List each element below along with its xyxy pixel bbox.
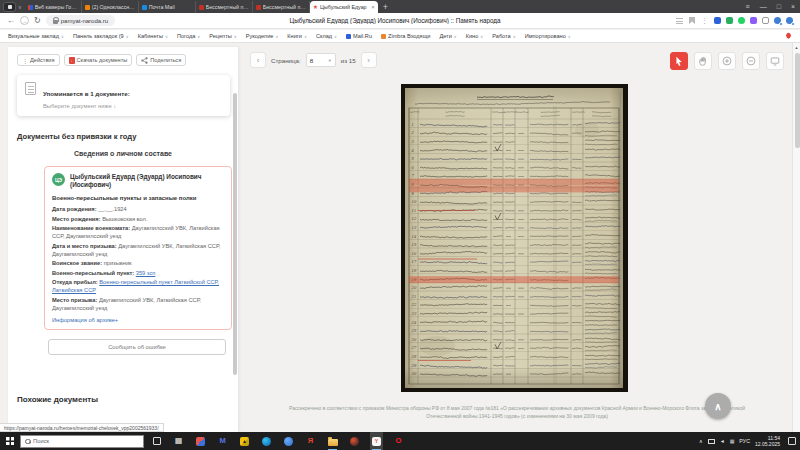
- prev-page-button[interactable]: ‹: [250, 52, 266, 68]
- start-button[interactable]: [0, 437, 20, 445]
- browser-tab-5[interactable]: Бессмертный полк. Пои: [253, 1, 310, 13]
- edge-app[interactable]: [260, 432, 273, 450]
- browser-menu-button[interactable]: [3, 2, 16, 12]
- bookmark-item-1[interactable]: Визуальные заклад∨: [8, 33, 64, 39]
- bookmark-flag-icon[interactable]: [689, 17, 695, 24]
- scroll-to-top-button[interactable]: ∧: [705, 393, 731, 419]
- language-indicator[interactable]: РУС: [739, 438, 750, 444]
- bookmark-item-13[interactable]: Работа∨: [492, 33, 515, 39]
- panel-scrollbar[interactable]: [233, 93, 237, 375]
- actions-button[interactable]: ⋮ Действия: [17, 54, 60, 66]
- document-scan[interactable]: 1234567891011121314151617181920212223242…: [401, 84, 628, 392]
- bookmark-item-12[interactable]: Кино∨: [466, 33, 484, 39]
- network-icon[interactable]: [708, 439, 715, 444]
- tab-title: Бессмертный полк. Жит: [206, 4, 249, 10]
- url-field[interactable]: pamyat-naroda.ru: [46, 15, 115, 26]
- browser-tab-1[interactable]: Веб камеры Города Росс: [25, 1, 82, 13]
- main-scrollbar[interactable]: ▲: [792, 43, 800, 432]
- media-app[interactable]: [348, 432, 361, 450]
- opera-app[interactable]: O: [392, 432, 405, 450]
- archive-info-link[interactable]: Информация об архиве+: [52, 317, 224, 323]
- zoom-out-button[interactable]: [742, 52, 760, 70]
- tab-close-icon[interactable]: ×: [371, 4, 375, 10]
- bookmark-label: Кино: [466, 33, 479, 39]
- tab-search-chevron-icon[interactable]: ∨: [18, 1, 22, 13]
- svg-text:28: 28: [411, 354, 417, 359]
- close-button[interactable]: ×: [791, 0, 795, 13]
- chevron-down-icon: ∨: [126, 34, 129, 39]
- bookmark-item-2[interactable]: Панель закладок (9∨: [73, 33, 129, 39]
- purple-extension-icon[interactable]: [750, 17, 757, 24]
- bookmark-item-11[interactable]: Дети∨: [439, 33, 456, 39]
- scrollbar-up-arrow[interactable]: ▲: [793, 43, 800, 50]
- download-documents-button[interactable]: ↓ Скачать документы: [64, 54, 133, 66]
- hidden-icons-chevron[interactable]: ∧: [699, 438, 703, 444]
- share-button[interactable]: Поделиться: [136, 54, 186, 66]
- bookmark-item-14[interactable]: Импортировано∨: [525, 33, 571, 39]
- browser-tab-3[interactable]: Почта Mail: [139, 1, 196, 13]
- word-app[interactable]: M: [216, 432, 229, 450]
- scrollbar-thumb[interactable]: [795, 53, 800, 148]
- defender-app[interactable]: ▲: [238, 432, 251, 450]
- yandex-app[interactable]: Я: [304, 432, 317, 450]
- mail-extension-icon[interactable]: [714, 17, 721, 24]
- printer-app[interactable]: ▤: [172, 432, 185, 450]
- paint3d-app-icon: [284, 437, 293, 446]
- person-field-8: Место призыва: Даугавпилсский УВК, Латви…: [52, 297, 224, 313]
- bookmark-item-10[interactable]: Zimbra Входящи: [381, 33, 430, 39]
- minimize-button[interactable]: —: [760, 0, 767, 13]
- person-card[interactable]: ЦЭ Цыбульский Едуард (Эдуард) Иосипович …: [44, 166, 232, 330]
- pan-tool-button[interactable]: [694, 52, 712, 70]
- cursor-tool-button[interactable]: [670, 52, 688, 70]
- task-view-button[interactable]: [150, 432, 163, 450]
- chevron-down-icon: ∨: [480, 34, 483, 39]
- bookmark-item-4[interactable]: Погода∨: [177, 33, 200, 39]
- tab-title: Почта Mail: [149, 4, 192, 10]
- explorer-app-icon: [328, 439, 338, 446]
- sync-extension-icon[interactable]: [774, 17, 781, 24]
- person-field-2: Место рождения: Вышковская вол.: [52, 216, 224, 224]
- browser-tab-6[interactable]: ★Цыбульский Едуар×: [310, 1, 378, 13]
- back-button[interactable]: ←: [7, 16, 15, 25]
- photos-app[interactable]: [194, 432, 207, 450]
- page-select[interactable]: 8 ▼: [306, 53, 336, 67]
- report-error-button[interactable]: Сообщить об ошибке: [48, 339, 226, 355]
- chevron-down-icon: ∨: [165, 34, 168, 39]
- zoom-in-button[interactable]: [718, 52, 736, 70]
- download-extension-icon[interactable]: [786, 17, 793, 24]
- clock[interactable]: 11:54 12.05.2025: [755, 435, 780, 448]
- tab-list-icon[interactable]: ≡: [746, 0, 750, 13]
- browser-tab-4[interactable]: Бессмертный полк. Жит: [196, 1, 253, 13]
- shield-extension-icon[interactable]: [726, 17, 733, 24]
- paint3d-app[interactable]: [282, 432, 295, 450]
- status-link: https://pamyat-naroda.ru/heroes/memorial…: [0, 423, 164, 432]
- field-value-link[interactable]: 359 зсп: [136, 270, 156, 276]
- tabs-extension-icon[interactable]: [762, 17, 769, 24]
- yandex-browser-app[interactable]: Y: [370, 432, 383, 450]
- explorer-app[interactable]: [326, 432, 339, 450]
- new-tab-button[interactable]: +: [378, 2, 393, 13]
- svg-text:29: 29: [411, 363, 417, 368]
- browser-tab-2[interactable]: (2) Одноклассники: [82, 1, 139, 13]
- keyboard-icon[interactable]: ▦: [730, 438, 735, 444]
- reader-mode-icon[interactable]: [676, 18, 683, 24]
- maximize-button[interactable]: □: [777, 0, 781, 13]
- forward-button[interactable]: →: [20, 16, 29, 25]
- bookmark-item-3[interactable]: Кабинеты∨: [138, 33, 168, 39]
- bookmark-item-5[interactable]: Рецепты∨: [209, 33, 236, 39]
- bookmark-item-6[interactable]: Рукоделие∨: [246, 33, 279, 39]
- kebab-menu-icon[interactable]: ⋮: [701, 17, 708, 25]
- action-center-icon[interactable]: [788, 437, 796, 445]
- next-page-button[interactable]: ›: [361, 52, 377, 68]
- taskbar-search[interactable]: Поиск: [20, 435, 144, 448]
- bookmark-item-8[interactable]: Склад∨: [316, 33, 337, 39]
- whatsapp-extension-icon[interactable]: [738, 17, 745, 24]
- bookmark-item-7[interactable]: Книги∨: [287, 33, 307, 39]
- fullscreen-button[interactable]: [766, 52, 784, 70]
- volume-icon[interactable]: ◄: [720, 438, 725, 444]
- svg-text:14: 14: [411, 234, 417, 239]
- reload-button[interactable]: ↻: [34, 16, 41, 25]
- mention-card[interactable]: Упоминается в 1 документе: Выберите доку…: [17, 75, 230, 116]
- pin-icon[interactable]: [785, 32, 792, 39]
- bookmark-item-9[interactable]: Mail.Ru: [346, 33, 372, 39]
